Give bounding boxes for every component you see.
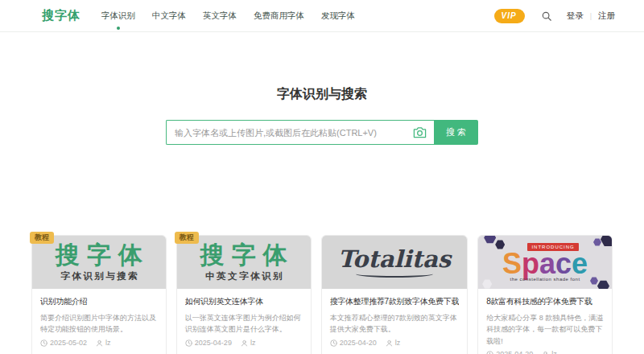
card-meta: 2025-04-20 lz bbox=[486, 350, 604, 354]
thumb-brand-text: 搜字体 bbox=[193, 243, 295, 267]
date-text: 2025-05-02 bbox=[50, 339, 87, 347]
camera-icon bbox=[413, 126, 427, 138]
brand-logo[interactable]: 搜字体 bbox=[42, 8, 80, 23]
card-description: 以一张英文连体字图片为例介绍如何识别连体英文图片是什么字体。 bbox=[185, 312, 303, 335]
user-icon bbox=[542, 351, 549, 354]
user-icon bbox=[386, 340, 393, 347]
space-letter: a bbox=[539, 247, 555, 280]
author-group: lz bbox=[542, 350, 557, 354]
card-title[interactable]: 8款富有科技感的字体免费下载 bbox=[486, 296, 604, 307]
space-letter: e bbox=[572, 247, 588, 280]
hexagon-decoration bbox=[597, 280, 609, 289]
author-text: lz bbox=[395, 339, 401, 347]
space-letter: S bbox=[502, 247, 522, 280]
date-text: 2025-04-20 bbox=[340, 339, 377, 347]
hexagon-decoration bbox=[482, 279, 492, 289]
clock-icon bbox=[330, 340, 337, 347]
article-card-recognition-intro[interactable]: 教程 搜字体 字体识别与搜索 识别功能介绍 简要介绍识别图片中字体的方法以及特定… bbox=[31, 235, 167, 354]
author-group: lz bbox=[241, 339, 256, 347]
space-tagline: the constellation shade font bbox=[510, 277, 580, 282]
navbar-right: VIP 登录 | 注册 bbox=[494, 9, 615, 23]
clock-icon bbox=[486, 351, 493, 354]
nav-item-label: 中文字体 bbox=[152, 10, 186, 20]
clock-icon bbox=[40, 340, 47, 347]
card-body: 8款富有科技感的字体免费下载 给大家精心分享 8 款独具特色，满溢科技感的字体，… bbox=[478, 289, 612, 354]
nav-item-label: 发现字体 bbox=[321, 10, 355, 20]
nav-search-button[interactable] bbox=[541, 10, 552, 22]
hexagon-decoration bbox=[484, 236, 496, 244]
thumb-brand-text: 搜字体 bbox=[48, 243, 150, 267]
article-card-grid: 教程 搜字体 字体识别与搜索 识别功能介绍 简要介绍识别图片中字体的方法以及特定… bbox=[31, 235, 613, 354]
card-title[interactable]: 如何识别英文连体字体 bbox=[185, 296, 303, 307]
space-letter: p bbox=[522, 247, 539, 280]
nav-item-label: 免费商用字体 bbox=[254, 10, 304, 20]
author-group: lz bbox=[386, 339, 401, 347]
nav-item-free-commercial-fonts[interactable]: 免费商用字体 bbox=[254, 8, 304, 24]
nav-item-chinese-fonts[interactable]: 中文字体 bbox=[152, 8, 186, 24]
user-icon bbox=[96, 340, 103, 347]
date-text: 2025-04-29 bbox=[195, 339, 232, 347]
card-description: 给大家精心分享 8 款独具特色，满溢科技感的字体，每一款都可以免费下载啦! bbox=[486, 312, 604, 347]
script-flourish-decoration bbox=[356, 270, 433, 278]
search-icon bbox=[541, 10, 552, 22]
author-group: lz bbox=[96, 339, 111, 347]
card-thumbnail: 搜字体 字体识别与搜索 bbox=[32, 236, 166, 289]
page-title: 字体识别与搜索 bbox=[0, 86, 644, 103]
card-title[interactable]: 识别功能介绍 bbox=[40, 296, 158, 307]
search-field bbox=[166, 120, 434, 145]
article-card-tech-fonts-download[interactable]: INTRODUCING Space the constellation shad… bbox=[477, 235, 613, 354]
card-meta: 2025-05-02 lz bbox=[40, 339, 158, 347]
tutorial-badge: 教程 bbox=[30, 232, 54, 244]
space-intro-label: INTRODUCING bbox=[527, 243, 578, 251]
nav-item-label: 英文字体 bbox=[203, 10, 237, 20]
card-title[interactable]: 搜字体整理推荐7款别致字体免费下载 bbox=[330, 296, 459, 307]
hexagon-decoration bbox=[593, 238, 601, 246]
auth-divider: | bbox=[590, 12, 592, 20]
tutorial-badge: 教程 bbox=[175, 232, 199, 244]
hexagon-decoration bbox=[590, 277, 598, 285]
card-thumbnail: INTRODUCING Space the constellation shad… bbox=[478, 236, 612, 289]
nav-item-font-recognition[interactable]: 字体识别 bbox=[101, 8, 135, 24]
login-link[interactable]: 登录 bbox=[567, 10, 584, 22]
space-letter: c bbox=[555, 247, 572, 280]
author-text: lz bbox=[105, 339, 111, 347]
card-body: 搜字体整理推荐7款别致字体免费下载 本文推荐精心整理的7款别致的英文字体提供大家… bbox=[322, 289, 467, 353]
card-thumbnail: Totalitas bbox=[322, 236, 467, 289]
hexagon-decoration bbox=[601, 236, 612, 247]
register-link[interactable]: 注册 bbox=[598, 10, 615, 22]
thumb-caption: 中英文字体识别 bbox=[204, 270, 285, 282]
space-word: Space bbox=[502, 252, 588, 277]
search-button[interactable]: 搜 索 bbox=[434, 120, 478, 145]
card-description: 本文推荐精心整理的7款别致的英文字体提供大家免费下载。 bbox=[330, 312, 459, 335]
thumb-caption: 字体识别与搜索 bbox=[59, 270, 140, 282]
nav-item-discover-fonts[interactable]: 发现字体 bbox=[321, 8, 355, 24]
card-meta: 2025-04-29 lz bbox=[185, 339, 303, 347]
author-text: lz bbox=[250, 339, 256, 347]
navbar: 搜字体 字体识别 中文字体 英文字体 免费商用字体 发现字体 VIP 登录 | … bbox=[0, 0, 644, 32]
nav-item-label: 字体识别 bbox=[101, 10, 135, 20]
card-body: 识别功能介绍 简要介绍识别图片中字体的方法以及特定功能按钮的使用场景。 2025… bbox=[32, 289, 166, 353]
author-text: lz bbox=[551, 350, 557, 354]
thumb-script-text: Totalitas bbox=[338, 248, 451, 271]
font-search-box: 搜 索 bbox=[166, 120, 478, 145]
card-body: 如何识别英文连体字体 以一张英文连体字图片为例介绍如何识别连体英文图片是什么字体… bbox=[177, 289, 311, 353]
auth-links: 登录 | 注册 bbox=[567, 10, 615, 22]
card-description: 简要介绍识别图片中字体的方法以及特定功能按钮的使用场景。 bbox=[40, 312, 158, 335]
article-card-7-fonts-download[interactable]: Totalitas 搜字体整理推荐7款别致字体免费下载 本文推荐精心整理的7款别… bbox=[321, 235, 468, 354]
date-text: 2025-04-20 bbox=[496, 350, 533, 354]
user-icon bbox=[241, 340, 248, 347]
card-meta: 2025-04-20 lz bbox=[330, 339, 459, 347]
font-search-input[interactable] bbox=[167, 128, 413, 138]
article-card-cursive-english[interactable]: 教程 搜字体 中英文字体识别 如何识别英文连体字体 以一张英文连体字图片为例介绍… bbox=[176, 235, 312, 354]
upload-image-button[interactable] bbox=[413, 126, 427, 138]
active-indicator-dot bbox=[117, 27, 120, 30]
nav-item-english-fonts[interactable]: 英文字体 bbox=[203, 8, 237, 24]
vip-badge[interactable]: VIP bbox=[494, 9, 525, 23]
clock-icon bbox=[185, 340, 192, 347]
